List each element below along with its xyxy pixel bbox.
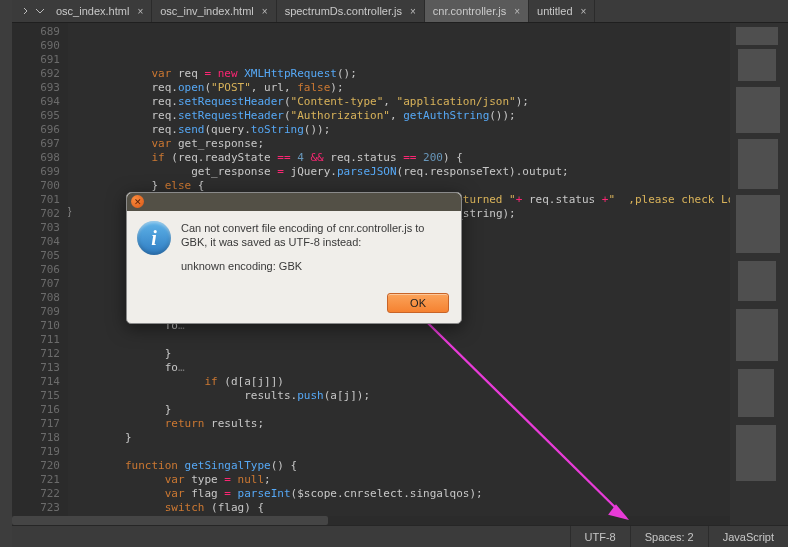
tab-close-icon[interactable]: × [410,6,416,17]
close-icon[interactable]: ✕ [131,195,144,208]
tab-dropdown-icon[interactable] [32,0,48,22]
line-number: 693 [16,81,60,95]
line-number: 715 [16,389,60,403]
tab-bar: osc_index.html×osc_inv_index.html×spectr… [0,0,788,23]
line-number: 721 [16,473,60,487]
line-number: 719 [16,445,60,459]
line-number: 702 [16,207,60,221]
line-number: 698 [16,151,60,165]
line-number: 703 [16,221,60,235]
tab-label: untitled [537,5,572,17]
tab-osc_index-html[interactable]: osc_index.html× [48,0,152,22]
line-number: 704 [16,235,60,249]
line-number: 701 [16,193,60,207]
code-line[interactable]: } [72,347,726,361]
tab-next-icon[interactable] [18,0,32,22]
status-language[interactable]: JavaScript [708,526,788,547]
line-gutter: 6896906916926936946956966976986997007017… [12,23,68,525]
code-line[interactable]: results.push(a[j]); [72,389,726,403]
code-line[interactable]: req.send(query.toString()); [72,123,726,137]
line-number: 720 [16,459,60,473]
tab-close-icon[interactable]: × [262,6,268,17]
info-icon: i [137,221,171,255]
line-number: 709 [16,305,60,319]
line-number: 716 [16,403,60,417]
horizontal-scrollbar[interactable] [12,516,730,525]
code-line[interactable]: return results; [72,417,726,431]
line-number: 690 [16,39,60,53]
tab-label: osc_index.html [56,5,129,17]
line-number: 714 [16,375,60,389]
tab-close-icon[interactable]: × [137,6,143,17]
code-line[interactable]: var flag = parseInt($scope.cnrselect.sin… [72,487,726,501]
line-number: 705 [16,249,60,263]
line-number: 712 [16,347,60,361]
code-line[interactable]: } [72,431,726,445]
tab-untitled[interactable]: untitled× [529,0,595,22]
code-line[interactable]: get_response = jQuery.parseJSON(req.resp… [72,165,726,179]
tab-close-icon[interactable]: × [581,6,587,17]
code-line[interactable] [72,445,726,459]
code-line[interactable]: function getSingalType() { [72,459,726,473]
code-line[interactable]: req.setRequestHeader("Content-type", "ap… [72,95,726,109]
code-line[interactable]: var req = new XMLHttpRequest(); [72,67,726,81]
line-number: 717 [16,417,60,431]
code-line[interactable]: switch (flag) { [72,501,726,515]
line-number: 718 [16,431,60,445]
tab-label: spectrumDs.controller.js [285,5,402,17]
code-line[interactable]: fo… [72,361,726,375]
line-number: 695 [16,109,60,123]
line-number: 707 [16,277,60,291]
line-number: 710 [16,319,60,333]
code-line[interactable]: if (d[a[j]]) [72,375,726,389]
status-bar: UTF-8 Spaces: 2 JavaScript [12,525,788,547]
tab-label: osc_inv_index.html [160,5,254,17]
dialog-titlebar[interactable]: ✕ [127,193,461,211]
line-number: 722 [16,487,60,501]
status-spaces[interactable]: Spaces: 2 [630,526,708,547]
line-number: 723 [16,501,60,515]
code-line[interactable]: req.open("POST", url, false); [72,81,726,95]
status-encoding[interactable]: UTF-8 [570,526,630,547]
minimap[interactable] [730,23,788,525]
encoding-error-dialog: ✕ i Can not convert file encoding of cnr… [126,192,462,324]
code-line[interactable]: var type = null; [72,473,726,487]
line-number: 696 [16,123,60,137]
line-number: 689 [16,25,60,39]
tab-spectrumDs-controller-js[interactable]: spectrumDs.controller.js× [277,0,425,22]
code-line[interactable]: } else { [72,179,726,193]
line-number: 711 [16,333,60,347]
line-number: 713 [16,361,60,375]
code-line[interactable] [72,333,726,347]
dialog-message: Can not convert file encoding of cnr.con… [181,221,449,283]
line-number: 700 [16,179,60,193]
code-line[interactable]: if (req.readyState == 4 && req.status ==… [72,151,726,165]
line-number: 699 [16,165,60,179]
tab-cnr-controller-js[interactable]: cnr.controller.js× [425,0,529,22]
line-number: 706 [16,263,60,277]
ok-button[interactable]: OK [387,293,449,313]
line-number: 708 [16,291,60,305]
code-line[interactable]: req.setRequestHeader("Authorization", ge… [72,109,726,123]
line-number: 694 [16,95,60,109]
tab-osc_inv_index-html[interactable]: osc_inv_index.html× [152,0,276,22]
line-number: 697 [16,137,60,151]
tab-label: cnr.controller.js [433,5,506,17]
line-number: 692 [16,67,60,81]
tab-close-icon[interactable]: × [514,6,520,17]
code-line[interactable]: } [72,403,726,417]
code-line[interactable]: var get_response; [72,137,726,151]
line-number: 691 [16,53,60,67]
